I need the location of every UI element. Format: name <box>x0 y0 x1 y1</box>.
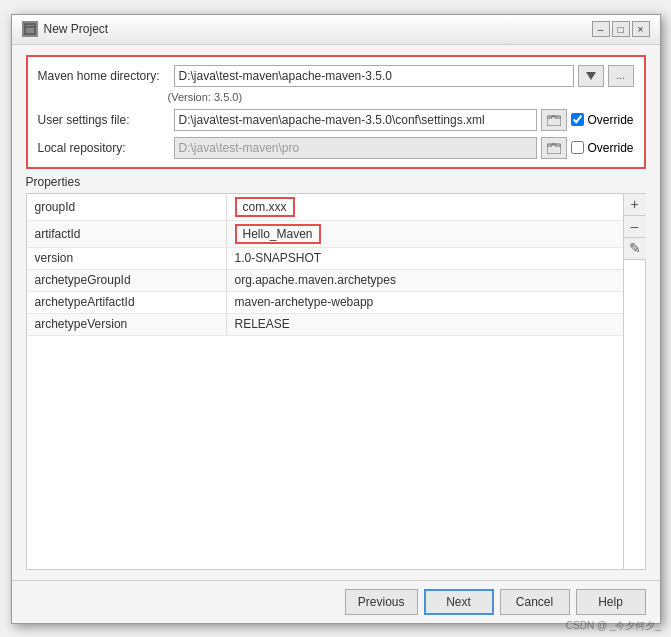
close-button[interactable]: × <box>632 21 650 37</box>
title-bar: New Project – □ × <box>12 15 660 45</box>
watermark: CSDN @ _今夕何夕_ <box>566 619 661 633</box>
maven-home-row: Maven home directory: ... <box>38 65 634 87</box>
maven-home-label: Maven home directory: <box>38 69 168 83</box>
title-bar-left: New Project <box>22 21 109 37</box>
remove-property-button[interactable]: – <box>624 216 646 238</box>
maven-home-input-container: ... <box>174 65 634 87</box>
prop-key: archetypeVersion <box>27 314 227 335</box>
properties-table: groupId com.xxx artifactId Hello_Maven <box>27 194 623 569</box>
user-settings-label: User settings file: <box>38 113 168 127</box>
user-settings-browse-button[interactable] <box>541 109 567 131</box>
table-row: archetypeGroupId org.apache.maven.archet… <box>27 270 623 292</box>
cancel-button[interactable]: Cancel <box>500 589 570 615</box>
svg-marker-2 <box>586 72 596 80</box>
prop-value: 1.0-SNAPSHOT <box>227 248 623 269</box>
next-button[interactable]: Next <box>424 589 494 615</box>
user-settings-row: User settings file: Override <box>38 109 634 131</box>
local-repository-row: Local repository: Override <box>38 137 634 159</box>
prop-value: maven-archetype-webapp <box>227 292 623 313</box>
dialog-content: Maven home directory: ... (Version: 3.5.… <box>12 45 660 580</box>
add-property-button[interactable]: + <box>624 194 646 216</box>
local-repository-browse-button[interactable] <box>541 137 567 159</box>
svg-rect-0 <box>25 24 35 34</box>
prop-value: com.xxx <box>227 194 623 220</box>
table-row: archetypeArtifactId maven-archetype-weba… <box>27 292 623 314</box>
local-repository-input-container: Override <box>174 137 634 159</box>
user-settings-input[interactable] <box>174 109 538 131</box>
maven-home-input[interactable] <box>174 65 574 87</box>
user-settings-input-container: Override <box>174 109 634 131</box>
table-row: artifactId Hello_Maven <box>27 221 623 248</box>
prop-value: RELEASE <box>227 314 623 335</box>
previous-button[interactable]: Previous <box>345 589 418 615</box>
minimize-button[interactable]: – <box>592 21 610 37</box>
table-row: version 1.0-SNAPSHOT <box>27 248 623 270</box>
dialog-title: New Project <box>44 22 109 36</box>
properties-table-container: groupId com.xxx artifactId Hello_Maven <box>26 193 646 570</box>
prop-key: archetypeArtifactId <box>27 292 227 313</box>
user-settings-override-label: Override <box>571 113 633 127</box>
maven-version-label: (Version: 3.5.0) <box>168 91 634 103</box>
maximize-button[interactable]: □ <box>612 21 630 37</box>
prop-value: Hello_Maven <box>227 221 623 247</box>
user-settings-override-checkbox[interactable] <box>571 113 584 126</box>
prop-key: artifactId <box>27 221 227 247</box>
edit-property-button[interactable]: ✎ <box>624 238 646 260</box>
help-button[interactable]: Help <box>576 589 646 615</box>
local-repository-input[interactable] <box>174 137 538 159</box>
table-row: groupId com.xxx <box>27 194 623 221</box>
properties-section-label: Properties <box>26 175 646 189</box>
prop-key: archetypeGroupId <box>27 270 227 291</box>
maven-section: Maven home directory: ... (Version: 3.5.… <box>26 55 646 169</box>
prop-value: org.apache.maven.archetypes <box>227 270 623 291</box>
dialog-icon <box>22 21 38 37</box>
properties-section: Properties groupId com.xxx artifactId <box>26 175 646 570</box>
local-repository-label: Local repository: <box>38 141 168 155</box>
table-row: archetypeVersion RELEASE <box>27 314 623 336</box>
dialog-footer: Previous Next Cancel Help <box>12 580 660 623</box>
local-repository-override-checkbox[interactable] <box>571 141 584 154</box>
local-repository-override-label: Override <box>571 141 633 155</box>
maven-home-dropdown-button[interactable] <box>578 65 604 87</box>
window-controls: – □ × <box>592 21 650 37</box>
table-action-buttons: + – ✎ <box>623 194 645 569</box>
new-project-dialog: New Project – □ × Maven home directory: … <box>11 14 661 624</box>
maven-home-browse-button[interactable]: ... <box>608 65 634 87</box>
prop-key: groupId <box>27 194 227 220</box>
prop-key: version <box>27 248 227 269</box>
